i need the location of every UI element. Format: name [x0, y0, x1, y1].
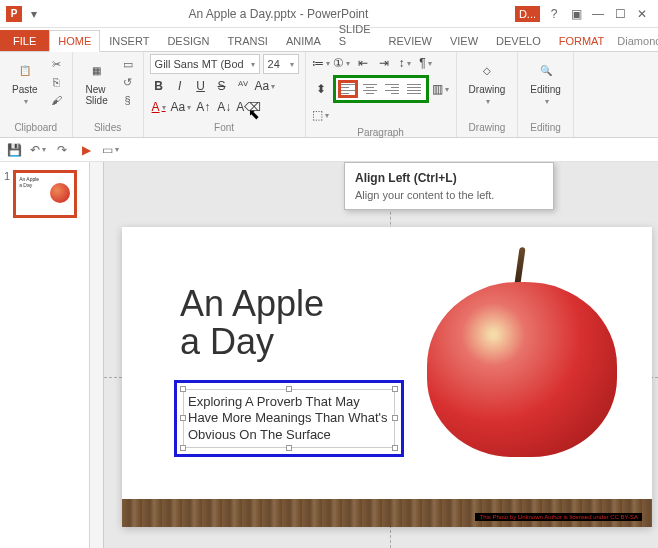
resize-handle[interactable] [392, 386, 398, 392]
font-group-label: Font [150, 122, 299, 135]
numbering-button[interactable]: ①▾ [333, 54, 351, 72]
close-icon[interactable]: ✕ [634, 6, 650, 22]
clear-format-button[interactable]: A⌫ [236, 98, 261, 116]
smartart-button[interactable]: ⬚▾ [312, 106, 330, 124]
editing-button[interactable]: 🔍 Editing ▾ [524, 54, 567, 110]
font-size-select[interactable]: 24▾ [263, 54, 299, 74]
indent-inc-button[interactable]: ⇥ [375, 54, 393, 72]
slide-number: 1 [4, 170, 10, 218]
ribbon: 📋 Paste ▾ ✂ ⎘ 🖌 Clipboard ▦ New Slide ▭ … [0, 52, 658, 138]
spacing-button[interactable]: Aa▾ [255, 77, 276, 95]
italic-button[interactable]: I [171, 77, 189, 95]
cut-icon[interactable]: ✂ [48, 56, 66, 72]
tab-review[interactable]: REVIEW [380, 30, 441, 51]
quick-access: 💾 ↶▾ ↷ ▶ ▭▾ [0, 138, 658, 162]
tab-design[interactable]: DESIGN [158, 30, 218, 51]
slide-canvas[interactable]: Align Left (Ctrl+L) Align your content t… [90, 162, 658, 548]
align-left-button[interactable] [338, 80, 358, 98]
resize-handle[interactable] [286, 445, 292, 451]
slide-thumbnail[interactable]: An Apple a Day [13, 170, 77, 218]
bold-button[interactable]: B [150, 77, 168, 95]
indent-dec-button[interactable]: ⇤ [354, 54, 372, 72]
qat-caret-icon[interactable]: ▾ [26, 6, 42, 22]
layout-icon[interactable]: ▭ [119, 56, 137, 72]
find-icon: 🔍 [534, 58, 558, 82]
copy-icon[interactable]: ⎘ [48, 74, 66, 90]
resize-handle[interactable] [286, 386, 292, 392]
subtitle-textbox[interactable]: Exploring A Proverb That May Have More M… [183, 389, 395, 448]
undo-icon[interactable]: ↶▾ [30, 142, 46, 158]
new-slide-button[interactable]: ▦ New Slide [79, 54, 115, 110]
save-icon[interactable]: 💾 [6, 142, 22, 158]
start-from-beginning-icon[interactable]: ▶ [78, 142, 94, 158]
clipboard-group-label: Clipboard [6, 122, 66, 135]
drawing-label: Drawing [469, 84, 506, 95]
subtitle-highlight: Exploring A Proverb That May Have More M… [174, 380, 404, 457]
resize-handle[interactable] [392, 415, 398, 421]
thumb-apple-icon [50, 183, 70, 203]
paste-button[interactable]: 📋 Paste ▾ [6, 54, 44, 110]
tab-developer[interactable]: DEVELO [487, 30, 550, 51]
shrink-font-button[interactable]: A↓ [215, 98, 233, 116]
floor-background: This Photo by Unknown Author is licensed… [122, 499, 652, 527]
signin-badge[interactable]: D... [515, 6, 540, 22]
clipboard-icon: 📋 [13, 58, 37, 82]
apple-image[interactable] [417, 247, 627, 457]
tab-view[interactable]: VIEW [441, 30, 487, 51]
tab-format[interactable]: FORMAT [550, 30, 614, 51]
minimize-icon[interactable]: — [590, 6, 606, 22]
align-group-highlight [333, 75, 429, 103]
align-left-tooltip: Align Left (Ctrl+L) Align your content t… [344, 162, 554, 210]
columns-button[interactable]: ▥▾ [432, 80, 450, 98]
resize-handle[interactable] [180, 386, 186, 392]
sort-button[interactable]: ⬍ [312, 80, 330, 98]
align-center-button[interactable] [360, 80, 380, 98]
tell-me[interactable]: Diamond... [613, 31, 658, 51]
bullets-button[interactable]: ≔▾ [312, 54, 330, 72]
tooltip-text: Align your content to the left. [355, 189, 543, 201]
paragraph-group-label: Paragraph [312, 127, 450, 140]
new-slide-label: New Slide [85, 84, 107, 106]
tab-home[interactable]: HOME [49, 30, 100, 52]
font-color-button[interactable]: A▾ [150, 98, 168, 116]
tab-animations[interactable]: ANIMA [277, 30, 330, 51]
resize-handle[interactable] [180, 445, 186, 451]
text-direction-button[interactable]: ¶▾ [417, 54, 435, 72]
ribbon-tabs: FILE HOME INSERT DESIGN TRANSI ANIMA SLI… [0, 28, 658, 52]
editing-label: Editing [530, 84, 561, 95]
tab-insert[interactable]: INSERT [100, 30, 158, 51]
thumbnail-panel: 1 An Apple a Day [0, 162, 90, 548]
slide-title[interactable]: An Apple a Day [180, 285, 324, 361]
reset-icon[interactable]: ↺ [119, 74, 137, 90]
resize-handle[interactable] [392, 445, 398, 451]
apple-stem [514, 247, 525, 285]
drawing-button[interactable]: ◇ Drawing ▾ [463, 54, 512, 110]
strike-button[interactable]: S [213, 77, 231, 95]
drawing-group-label: Drawing [463, 122, 512, 135]
justify-button[interactable] [404, 80, 424, 98]
restore-icon[interactable]: ☐ [612, 6, 628, 22]
redo-icon[interactable]: ↷ [54, 142, 70, 158]
tab-file[interactable]: FILE [0, 30, 49, 51]
line-spacing-button[interactable]: ↕▾ [396, 54, 414, 72]
grow-font-button[interactable]: A↑ [194, 98, 212, 116]
apple-body [427, 282, 617, 457]
tab-transitions[interactable]: TRANSI [219, 30, 277, 51]
qat-more-icon[interactable]: ▭▾ [102, 142, 118, 158]
paste-label: Paste [12, 84, 38, 95]
shapes-icon: ◇ [475, 58, 499, 82]
slide[interactable]: An Apple a Day Exploring A Proverb That … [122, 227, 652, 527]
ribbon-options-icon[interactable]: ▣ [568, 6, 584, 22]
align-right-button[interactable] [382, 80, 402, 98]
help-icon[interactable]: ? [546, 6, 562, 22]
font-name-select[interactable]: Gill Sans MT (Bod▾ [150, 54, 260, 74]
underline-button[interactable]: U [192, 77, 210, 95]
tab-slideshow[interactable]: SLIDE S [330, 18, 380, 51]
slides-group-label: Slides [79, 122, 137, 135]
format-painter-icon[interactable]: 🖌 [48, 92, 66, 108]
change-case-button[interactable]: Aa▾ [171, 98, 192, 116]
vertical-ruler [90, 162, 104, 548]
resize-handle[interactable] [180, 415, 186, 421]
section-icon[interactable]: § [119, 92, 137, 108]
shadow-button[interactable]: ᴬⱽ [234, 77, 252, 95]
